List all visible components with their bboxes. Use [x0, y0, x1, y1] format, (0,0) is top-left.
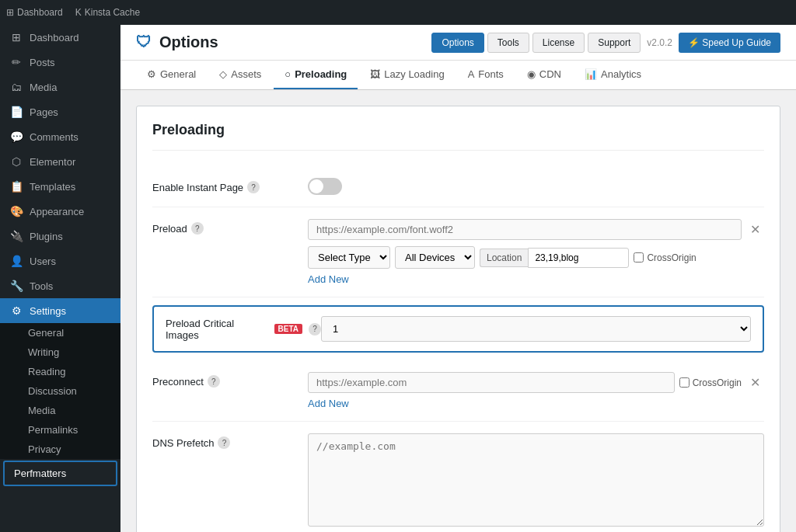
enable-instant-page-row: Enable Instant Page ? [152, 166, 764, 207]
fonts-tab-icon: A [468, 68, 475, 80]
sidebar-item-comments[interactable]: 💬 Comments [0, 124, 120, 149]
settings-main: Preloading Enable Instant Page ? Preload [120, 90, 796, 532]
tab-assets[interactable]: ◇ Assets [208, 61, 272, 89]
preload-url-row: ✕ [308, 219, 764, 240]
settings-icon: ⚙ [9, 304, 23, 317]
sidebar-item-pages[interactable]: 📄 Pages [0, 99, 120, 124]
dns-prefetch-control [308, 433, 764, 529]
main-layout: ⊞ Dashboard ✏ Posts 🗂 Media 📄 Pages 💬 Co… [0, 25, 796, 532]
elementor-icon: ⬡ [9, 155, 23, 168]
sidebar-item-plugins[interactable]: 🔌 Plugins [0, 224, 120, 249]
templates-icon: 📋 [9, 180, 23, 193]
sidebar-submenu-media[interactable]: Media [0, 401, 120, 420]
assets-tab-icon: ◇ [219, 68, 227, 80]
admin-bar-kinsta[interactable]: K Kinsta Cache [75, 7, 140, 18]
sidebar-submenu-privacy[interactable]: Privacy [0, 440, 120, 459]
preload-add-new[interactable]: Add New [308, 273, 349, 285]
enable-instant-page-help[interactable]: ? [247, 181, 260, 193]
tab-preloading[interactable]: ○ Preloading [274, 61, 358, 89]
enable-instant-page-toggle[interactable] [308, 178, 342, 195]
tab-lazy-loading[interactable]: 🖼 Lazy Loading [359, 61, 455, 89]
sidebar-submenu-discussion[interactable]: Discussion [0, 381, 120, 401]
dashboard-icon: ⊞ [9, 31, 23, 43]
pages-icon: 📄 [9, 106, 23, 118]
dns-prefetch-textarea[interactable] [308, 433, 764, 527]
sidebar-item-perfmatters[interactable]: Perfmatters [3, 461, 117, 486]
media-icon: 🗂 [9, 81, 23, 93]
dns-prefetch-help[interactable]: ? [218, 436, 230, 449]
preload-critical-help[interactable]: ? [309, 323, 321, 336]
enable-instant-page-control [308, 178, 764, 195]
dns-prefetch-label: DNS Prefetch ? [152, 433, 308, 449]
preload-type-select[interactable]: Select Type Font Script Style Image [308, 246, 390, 269]
preload-critical-control: 1 2 3 4 5 [321, 316, 751, 342]
preconnect-add-new[interactable]: Add New [308, 398, 349, 409]
preconnect-remove-button[interactable]: ✕ [746, 374, 764, 391]
preconnect-url-input[interactable] [308, 372, 675, 393]
main-content: 🛡 Options Options Tools License Support … [120, 25, 796, 532]
plugin-title: 🛡 Options [136, 33, 218, 51]
preload-remove-button[interactable]: ✕ [746, 221, 764, 238]
preconnect-help[interactable]: ? [208, 375, 220, 388]
preconnect-crossorigin-label[interactable]: CrossOrigin [679, 377, 742, 388]
cdn-tab-icon: ◉ [527, 68, 536, 80]
users-icon: 👤 [9, 255, 23, 267]
preload-critical-select[interactable]: 1 2 3 4 5 [321, 316, 751, 342]
sidebar-item-users[interactable]: 👤 Users [0, 249, 120, 273]
preload-crossorigin-label[interactable]: CrossOrigin [634, 252, 696, 263]
preload-controls: Select Type Font Script Style Image All … [308, 246, 764, 269]
sidebar-item-media[interactable]: 🗂 Media [0, 75, 120, 99]
sidebar-submenu-permalinks[interactable]: Permalinks [0, 420, 120, 440]
preload-url-input[interactable] [308, 219, 742, 240]
speed-up-button[interactable]: ⚡ Speed Up Guide [679, 33, 780, 53]
preload-label: Preload ? [152, 219, 308, 235]
sidebar-submenu-reading[interactable]: Reading [0, 362, 120, 381]
plugin-logo: 🛡 [136, 33, 152, 51]
sidebar-submenu-general[interactable]: General [0, 323, 120, 342]
sidebar-item-dashboard[interactable]: ⊞ Dashboard [0, 25, 120, 50]
preloading-tab-icon: ○ [285, 68, 291, 80]
settings-submenu: General Writing Reading Discussion Media… [0, 323, 120, 459]
nav-tools[interactable]: Tools [487, 33, 529, 53]
tab-analytics[interactable]: 📊 Analytics [574, 61, 652, 89]
preload-devices-select[interactable]: All Devices Desktop Mobile [395, 246, 475, 269]
tools-icon: 🔧 [9, 280, 23, 292]
preconnect-crossorigin-checkbox[interactable] [679, 377, 690, 388]
sidebar-item-tools[interactable]: 🔧 Tools [0, 273, 120, 298]
beta-badge: BETA [274, 324, 302, 334]
preconnect-label: Preconnect ? [152, 372, 308, 388]
preload-row: Preload ? ✕ Select Type Font Script [152, 207, 764, 297]
analytics-tab-icon: 📊 [585, 68, 597, 80]
sidebar: ⊞ Dashboard ✏ Posts 🗂 Media 📄 Pages 💬 Co… [0, 25, 120, 532]
general-tab-icon: ⚙ [147, 68, 156, 80]
lazy-loading-tab-icon: 🖼 [370, 68, 380, 80]
sidebar-item-appearance[interactable]: 🎨 Appearance [0, 199, 120, 224]
tab-general[interactable]: ⚙ General [136, 61, 207, 89]
comments-icon: 💬 [9, 130, 23, 143]
plugins-icon: 🔌 [9, 230, 23, 242]
tab-cdn[interactable]: ◉ CDN [516, 61, 572, 89]
dns-prefetch-row: DNS Prefetch ? [152, 422, 764, 532]
plugin-nav: Options Tools License Support [431, 33, 641, 53]
sidebar-item-elementor[interactable]: ⬡ Elementor [0, 149, 120, 174]
admin-bar-dashboard[interactable]: ⊞ Dashboard [6, 7, 63, 18]
preload-location-prefix: Location [480, 249, 528, 267]
nav-license[interactable]: License [532, 33, 585, 53]
nav-support[interactable]: Support [588, 33, 641, 53]
preload-crossorigin-checkbox[interactable] [634, 252, 644, 263]
sidebar-submenu-writing[interactable]: Writing [0, 342, 120, 362]
sidebar-item-templates[interactable]: 📋 Templates [0, 174, 120, 199]
posts-icon: ✏ [9, 56, 23, 68]
appearance-icon: 🎨 [9, 205, 23, 217]
preload-critical-label: Preload Critical Images BETA ? [166, 318, 321, 341]
plugin-header: 🛡 Options Options Tools License Support … [120, 25, 796, 61]
preconnect-input-row: CrossOrigin ✕ [308, 372, 764, 393]
preload-control: ✕ Select Type Font Script Style Image [308, 219, 764, 285]
enable-instant-page-label: Enable Instant Page ? [152, 178, 308, 193]
preload-location-input[interactable] [528, 248, 629, 268]
sidebar-item-settings[interactable]: ⚙ Settings [0, 298, 120, 323]
sidebar-item-posts[interactable]: ✏ Posts [0, 50, 120, 75]
preload-help[interactable]: ? [191, 222, 204, 235]
tab-fonts[interactable]: A Fonts [457, 61, 515, 89]
nav-options[interactable]: Options [431, 33, 484, 53]
